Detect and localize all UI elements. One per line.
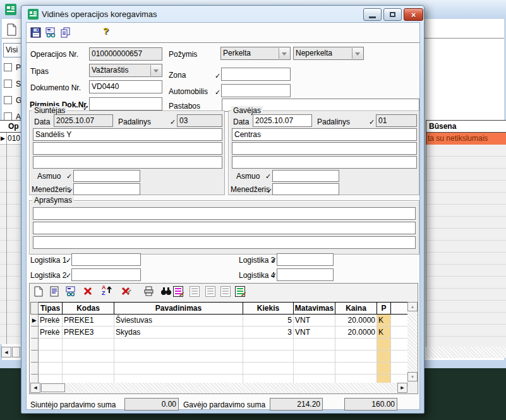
pozymis-2-dropdown-icon[interactable] <box>352 48 363 59</box>
item-row[interactable]: ▶ Prekė PREKE1 Šviestuvas 5 VNT 20.0000 … <box>31 315 408 327</box>
cell-kaina[interactable]: 20.0000 <box>335 315 377 327</box>
find-icon[interactable] <box>160 286 172 298</box>
tipas-select[interactable]: Važtaraštis <box>89 64 162 77</box>
checkbox-ga[interactable] <box>4 96 12 104</box>
siuntejas-padalinys-input[interactable]: 03 <box>177 114 222 127</box>
scroll-right-button[interactable]: ▶ <box>397 383 407 393</box>
aprasymas-line-2[interactable] <box>33 222 416 234</box>
gavejas-padalinys-input[interactable]: 01 <box>376 114 417 127</box>
tipas-dropdown-icon[interactable] <box>150 65 161 76</box>
row-view-icon[interactable] <box>65 286 76 299</box>
import-rows-icon[interactable] <box>235 286 245 297</box>
zona-lookup-icon[interactable]: ✓ <box>215 73 220 80</box>
save-icon[interactable] <box>30 27 41 40</box>
siuntejas-asmuo-input[interactable] <box>73 170 140 182</box>
zona-input[interactable] <box>221 68 291 81</box>
siuntejas-name-line-1[interactable]: Sandėlis Y <box>33 128 222 141</box>
logistika-4-input[interactable] <box>277 268 334 281</box>
cell-p-flag[interactable]: K <box>377 315 391 327</box>
pozymis-select-1[interactable]: Perkelta <box>220 47 291 60</box>
aprasymas-line-3[interactable] <box>33 236 416 249</box>
row-edit-icon[interactable] <box>49 286 59 299</box>
logistika-3-input[interactable] <box>277 253 334 266</box>
cell-pavadinimas[interactable]: Šviestuvas <box>114 315 243 327</box>
gavejas-name-line-1[interactable]: Centras <box>232 128 417 141</box>
scroll-up-button[interactable]: ▲ <box>407 302 418 311</box>
operacijos-input[interactable]: 010000000657 <box>89 47 162 61</box>
bg-grid-left-row[interactable]: ▶ 010 <box>0 133 21 145</box>
pozymis-1-dropdown-icon[interactable] <box>279 48 289 59</box>
siuntejas-asmuo-lookup-icon[interactable]: ✓ <box>66 173 72 180</box>
cell-tipas[interactable]: Prekė <box>39 315 63 327</box>
paste-rows-icon-2[interactable] <box>205 286 215 297</box>
col-kodas[interactable]: Kodas <box>63 303 114 315</box>
dokumento-input[interactable]: VD0440 <box>89 80 162 93</box>
items-vscrollbar[interactable]: ▲ ▼ <box>407 302 418 381</box>
siuntejas-padalinys-lookup-icon[interactable]: ✓ <box>170 119 176 126</box>
cell-kiekis[interactable]: 3 <box>243 327 294 339</box>
aprasymas-line-1[interactable] <box>33 207 416 220</box>
checkbox-pa[interactable] <box>4 63 12 71</box>
pozymis-select-2[interactable]: Neperkelta <box>293 47 364 60</box>
scroll-left-button[interactable]: ◀ <box>30 383 40 393</box>
cell-kiekis[interactable]: 5 <box>243 315 294 327</box>
col-p[interactable]: P <box>377 303 391 315</box>
cell-p-flag[interactable]: K <box>377 327 391 339</box>
cell-pavadinimas[interactable]: Skydas <box>114 327 243 339</box>
paste-rows-icon-3[interactable] <box>220 286 231 297</box>
siuntejas-name-line-3[interactable] <box>33 156 222 169</box>
item-row-empty[interactable] <box>31 351 408 363</box>
row-delete-icon[interactable] <box>83 286 93 298</box>
cell-matavimas[interactable]: VNT <box>294 315 335 327</box>
gavejas-menedzeris-input[interactable] <box>272 183 339 195</box>
logistika-4-lookup-icon[interactable]: ✓ <box>271 272 277 279</box>
hscroll-thumb[interactable] <box>41 383 65 392</box>
print-icon[interactable] <box>143 286 154 298</box>
logistika-3-lookup-icon[interactable]: ✓ <box>271 257 277 264</box>
gavejas-name-line-3[interactable] <box>232 156 417 169</box>
cell-kaina[interactable]: 20.0000 <box>335 327 377 339</box>
app-new-document-icon[interactable] <box>6 23 18 38</box>
clear-sort-icon[interactable] <box>121 286 132 298</box>
pirminis-input[interactable] <box>89 97 162 111</box>
cell-kodas[interactable]: PREKE3 <box>63 327 114 339</box>
gavejas-asmuo-lookup-icon[interactable]: ✓ <box>265 173 271 180</box>
col-kaina[interactable]: Kaina <box>335 303 377 315</box>
help-icon[interactable]: ? <box>103 25 109 36</box>
gavejas-data-input[interactable]: 2025.10.07 <box>253 114 312 127</box>
siuntejas-menedzeris-input[interactable] <box>73 183 140 195</box>
col-tipas[interactable]: Tipas <box>39 303 63 315</box>
logistika-1-input[interactable] <box>71 253 141 266</box>
bg-hscroll-thumb[interactable] <box>12 347 20 357</box>
automobilis-input[interactable] <box>221 84 291 97</box>
gavejas-name-line-2[interactable] <box>232 142 417 155</box>
copy-icon[interactable] <box>60 27 71 40</box>
col-kiekis[interactable]: Kiekis <box>243 303 294 315</box>
gavejas-padalinys-lookup-icon[interactable]: ✓ <box>369 119 375 126</box>
copy-rows-icon[interactable] <box>173 286 183 297</box>
paste-rows-icon-1[interactable] <box>190 286 200 297</box>
checkbox-si[interactable] <box>4 80 12 88</box>
item-row[interactable]: Prekė PREKE3 Skydas 3 VNT 20.0000 K <box>31 327 408 339</box>
siuntejas-menedzeris-lookup-icon[interactable]: ✓ <box>68 188 73 195</box>
minimize-button[interactable] <box>363 8 382 21</box>
col-pavadinimas[interactable]: Pavadinimas <box>114 303 243 315</box>
siuntejas-data-input[interactable]: 2025.10.07 <box>54 114 113 127</box>
logistika-2-input[interactable] <box>71 268 141 281</box>
item-row-empty[interactable] <box>31 363 408 375</box>
bg-grid-status-row[interactable]: ta su netikslumais <box>426 133 506 145</box>
cell-matavimas[interactable]: VNT <box>294 327 335 339</box>
col-matavimas[interactable]: Matavimas <box>294 303 335 315</box>
logistika-1-lookup-icon[interactable]: ✓ <box>66 257 71 264</box>
item-row-empty[interactable] <box>31 339 408 351</box>
bg-hscroll-left-button[interactable]: ◀ <box>1 347 11 357</box>
close-button[interactable]: × <box>404 8 423 21</box>
cell-kodas[interactable]: PREKE1 <box>63 315 114 327</box>
cell-tipas[interactable]: Prekė <box>39 327 63 339</box>
logistika-2-lookup-icon[interactable]: ✓ <box>66 272 71 279</box>
view-record-icon[interactable] <box>45 27 57 40</box>
scroll-down-button[interactable]: ▼ <box>407 372 418 381</box>
automobilis-lookup-icon[interactable]: ✓ <box>215 89 220 96</box>
maximize-button[interactable] <box>383 8 402 21</box>
gavejas-menedzeris-lookup-icon[interactable]: ✓ <box>267 188 272 195</box>
